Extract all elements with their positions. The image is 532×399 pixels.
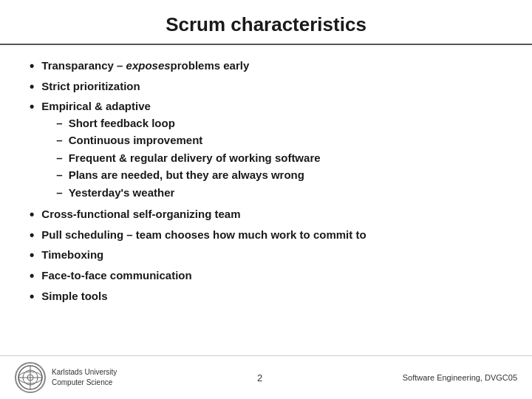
bullet-text: Pull scheduling – team chooses how much … <box>41 228 366 242</box>
sub-dash: – <box>56 185 62 200</box>
bullet-dot: • <box>30 228 34 244</box>
sub-list-item: – Frequent & regular delivery of working… <box>56 151 320 166</box>
sub-item-text: Short feedback loop <box>69 116 175 131</box>
sub-list-item: – Short feedback loop <box>56 116 320 131</box>
sub-dash: – <box>56 168 62 183</box>
sub-bullet-list: – Short feedback loop – Continuous impro… <box>56 116 320 200</box>
sub-item-text: Continuous improvement <box>69 133 203 148</box>
list-item: • Face-to-face communication <box>30 268 502 284</box>
slide-footer: Karlstads University Computer Science 2 … <box>0 355 532 399</box>
sub-list-item: – Yesterday's weather <box>56 185 320 200</box>
bullet-dot: • <box>30 207 34 223</box>
sub-list-item: – Continuous improvement <box>56 133 320 148</box>
slide: Scrum characteristics • Transparancy – e… <box>0 0 532 399</box>
university-name: Karlstads University <box>52 367 117 378</box>
sub-dash: – <box>56 133 62 148</box>
bullet-text: Empirical & adaptive – Short feedback lo… <box>41 99 320 202</box>
bullet-text: Cross-functional self-organizing team <box>41 207 240 222</box>
list-item: • Simple tools <box>30 289 502 305</box>
slide-content: • Transparancy – exposesproblems early •… <box>0 52 532 355</box>
footer-institution: Karlstads University Computer Science <box>52 367 117 388</box>
list-item: • Strict prioritization <box>30 79 502 95</box>
department-name: Computer Science <box>52 378 117 388</box>
bullet-text: Timeboxing <box>41 248 103 262</box>
bullet-text: Face-to-face communication <box>41 268 191 283</box>
list-item: • Cross-functional self-organizing team <box>30 207 502 223</box>
bullet-dot: • <box>30 268 34 284</box>
main-bullet-list: • Transparancy – exposesproblems early •… <box>30 58 502 304</box>
sub-list-item: – Plans are needed, but they are always … <box>56 168 320 183</box>
bullet-text: Strict prioritization <box>41 79 140 94</box>
university-logo <box>15 362 46 393</box>
italic-text: exposes <box>126 59 171 72</box>
bullet-text: Transparancy – exposesproblems early <box>41 58 249 73</box>
footer-logo-area: Karlstads University Computer Science <box>15 362 117 393</box>
logo-svg <box>17 364 44 391</box>
list-item: • Pull scheduling – team chooses how muc… <box>30 228 502 244</box>
sub-dash: – <box>56 116 62 131</box>
slide-header: Scrum characteristics <box>0 0 532 45</box>
bullet-dot: • <box>30 79 34 95</box>
sub-item-text: Plans are needed, but they are always wr… <box>69 168 304 183</box>
bullet-dot: • <box>30 248 34 264</box>
slide-title: Scrum characteristics <box>30 13 502 36</box>
bullet-dot: • <box>30 99 34 115</box>
sub-item-text: Frequent & regular delivery of working s… <box>69 151 321 166</box>
page-number: 2 <box>257 372 262 383</box>
list-item: • Transparancy – exposesproblems early <box>30 58 502 75</box>
course-label: Software Engineering, DVGC05 <box>403 373 517 382</box>
sub-dash: – <box>56 151 62 166</box>
list-item: • Timeboxing <box>30 248 502 264</box>
sub-item-text: Yesterday's weather <box>69 185 175 200</box>
bullet-text: Simple tools <box>41 289 107 304</box>
list-item: • Empirical & adaptive – Short feedback … <box>30 99 502 202</box>
bullet-dot: • <box>30 289 34 305</box>
bullet-dot: • <box>30 58 34 75</box>
